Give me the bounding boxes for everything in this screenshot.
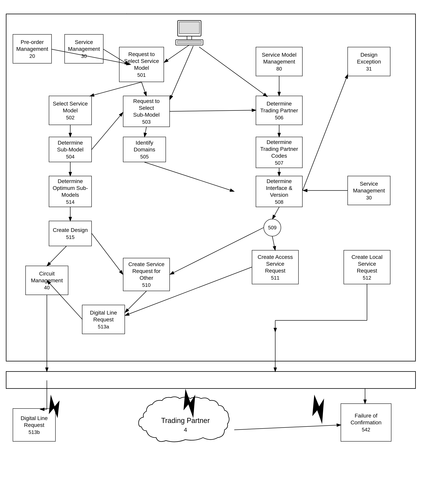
svg-rect-2	[187, 36, 192, 40]
computer-icon	[170, 19, 209, 51]
node-circuit-mgmt: Circuit Management 40	[25, 266, 68, 295]
node-service-model-mgmt: Service Model Management 80	[256, 47, 303, 76]
node-create-service-req-other: Create Service Request for Other 510	[123, 258, 170, 291]
node-select-service-model: Select Service Model 502	[49, 96, 92, 125]
node-service-mgmt-right: Service Management 30	[348, 176, 390, 205]
node-circle-509: 509	[264, 219, 281, 236]
node-determine-sub-model: Determine Sub-Model 504	[49, 137, 92, 162]
svg-rect-1	[179, 22, 199, 34]
node-identify-domains: Identify Domains 505	[123, 137, 166, 162]
node-create-access-req: Create Access Service Request 511	[252, 250, 299, 284]
node-design-exception: Design Exception 31	[348, 47, 390, 76]
node-determine-optimum: Determine Optimum Sub- Models 514	[49, 176, 92, 207]
svg-line-47	[234, 425, 341, 430]
gateway-box	[6, 371, 416, 389]
node-digital-line-req-bottom: Digital Line Request 513b	[13, 408, 56, 442]
svg-rect-4	[177, 41, 201, 44]
node-determine-interface: Determine Interface & Version 508	[256, 176, 303, 207]
node-determine-trading-partner: Determine Trading Partner 506	[256, 96, 303, 125]
node-pre-order: Pre-order Management 20	[13, 34, 52, 64]
svg-text:Trading Partner: Trading Partner	[161, 416, 210, 425]
node-digital-line-req-top: Digital Line Request 513a	[82, 305, 125, 334]
node-request-select-service: Request to Select Service Model 501	[119, 47, 164, 82]
node-create-local-req: Create Local Service Request 512	[344, 250, 390, 284]
node-create-design: Create Design 515	[49, 221, 92, 246]
cloud-trading-partner: Trading Partner 4	[137, 395, 234, 453]
node-failure-confirmation: Failure of Confirmation 542	[341, 403, 391, 442]
svg-marker-46	[312, 395, 324, 424]
node-service-mgmt-top: Service Management 30	[64, 34, 103, 64]
svg-text:4: 4	[184, 427, 187, 433]
node-request-select-sub: Request to Select Sub-Model 503	[123, 96, 170, 127]
node-determine-tp-codes: Determine Trading Partner Codes 507	[256, 137, 303, 168]
